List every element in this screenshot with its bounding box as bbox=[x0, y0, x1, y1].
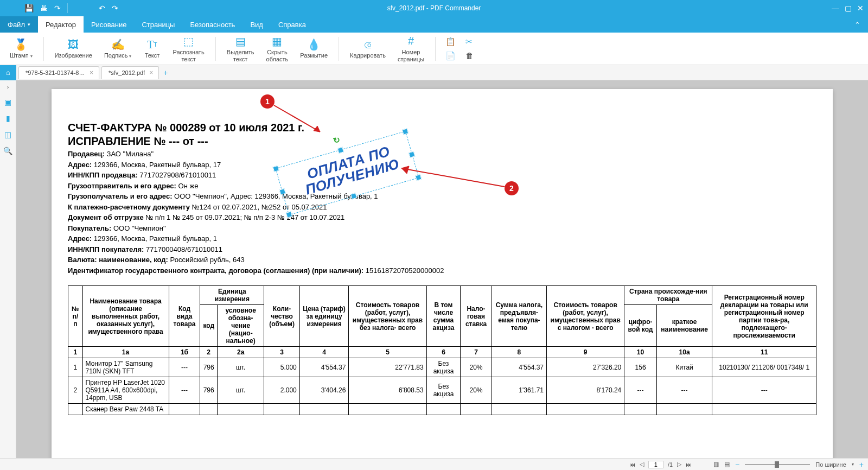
close-tab-icon[interactable]: × bbox=[90, 69, 93, 77]
page: СЧЕТ-ФАКТУРА № 000289 от 10 июля 2021 г.… bbox=[52, 89, 833, 458]
pagenum-icon: # bbox=[408, 35, 414, 48]
menu-drawing[interactable]: Рисование bbox=[84, 16, 134, 33]
copy-icon[interactable]: 📋 bbox=[442, 36, 459, 48]
quick-access: 💾 🖶 ↷ bbox=[24, 4, 61, 12]
table-row: 1Монитор 17" Samsung 710N (SKN) TFT---79… bbox=[68, 358, 816, 377]
ocr-button[interactable]: ⬚Распознать текст bbox=[168, 34, 208, 63]
menu-security[interactable]: Безопасность bbox=[182, 16, 242, 33]
highlight-button[interactable]: ▤Выделить текст bbox=[222, 34, 259, 63]
zoom-mode[interactable]: По ширине bbox=[815, 461, 846, 468]
pagenum-button[interactable]: #Номер страницы bbox=[393, 34, 429, 63]
menu-help[interactable]: Справка bbox=[271, 16, 314, 33]
menu-view[interactable]: Вид bbox=[242, 16, 271, 33]
sign-button[interactable]: ✍Подпись▾ bbox=[100, 37, 136, 60]
text-icon: TT bbox=[147, 38, 157, 51]
last-page-icon[interactable]: ⏭ bbox=[686, 461, 692, 468]
svg-line-0 bbox=[274, 105, 320, 132]
close-button[interactable]: ✕ bbox=[857, 4, 864, 12]
blur-button[interactable]: 💧Размытие bbox=[296, 37, 332, 60]
first-page-icon[interactable]: ⏮ bbox=[629, 461, 635, 468]
page-total: /1 bbox=[668, 461, 673, 468]
redo-icon[interactable]: ↷ bbox=[112, 4, 118, 12]
invoice-title: СЧЕТ-ФАКТУРА № 000289 от 10 июля 2021 г. bbox=[68, 122, 816, 134]
minimize-button[interactable]: — bbox=[832, 4, 839, 12]
menu-editor[interactable]: Редактор bbox=[38, 16, 84, 33]
invoice-subtitle: ИСПРАВЛЕНИЕ № --- от --- bbox=[68, 135, 816, 148]
paste-icon[interactable]: 📄 bbox=[442, 50, 459, 62]
sidebar-toggle-icon[interactable]: › bbox=[7, 84, 9, 90]
titlebar: 💾 🖶 ↷ ↶ ↷ sfv_2012.pdf - PDF Commander —… bbox=[0, 0, 868, 16]
prev-page-icon[interactable]: ◁ bbox=[640, 461, 644, 468]
print-icon[interactable]: 🖶 bbox=[40, 4, 48, 12]
sign-icon: ✍ bbox=[111, 38, 125, 51]
zoom-slider[interactable] bbox=[745, 464, 810, 465]
menu-file[interactable]: Файл bbox=[0, 16, 38, 33]
undo-redo: ↶ ↷ bbox=[99, 4, 118, 12]
collapse-ribbon-icon[interactable]: ⌃ bbox=[847, 16, 868, 33]
add-tab-button[interactable]: + bbox=[163, 68, 168, 77]
close-tab-icon[interactable]: × bbox=[149, 69, 153, 77]
zoom-out-icon[interactable]: − bbox=[735, 460, 739, 469]
menu-pages[interactable]: Страницы bbox=[134, 16, 182, 33]
export-icon[interactable]: ↷ bbox=[54, 4, 61, 12]
thumbnails-icon[interactable]: ▣ bbox=[4, 98, 11, 106]
document-canvas[interactable]: СЧЕТ-ФАКТУРА № 000289 от 10 июля 2021 г.… bbox=[16, 80, 868, 458]
ocr-icon: ⬚ bbox=[183, 35, 194, 48]
undo-icon[interactable]: ↶ bbox=[99, 4, 105, 12]
view-single-icon[interactable]: ▥ bbox=[713, 461, 719, 468]
statusbar: ⏮ ◁ /1 ▷ ⏭ ▥ ▤ − По ширине ▾ + bbox=[0, 458, 868, 470]
sidebar: › ▣ ▮ ◫ 🔍 bbox=[0, 80, 16, 458]
tabbar: ⌂ *978-5-321-01374-8_200...× *sfv_2012.p… bbox=[0, 65, 868, 80]
home-tab[interactable]: ⌂ bbox=[0, 65, 16, 80]
text-button[interactable]: TTТекст bbox=[139, 37, 165, 60]
menubar: Файл Редактор Рисование Страницы Безопас… bbox=[0, 16, 868, 33]
blur-icon: 💧 bbox=[307, 38, 321, 51]
stamp-icon: 🏅 bbox=[14, 38, 28, 51]
doc-tab-2[interactable]: *sfv_2012.pdf× bbox=[101, 66, 159, 79]
zoom-dropdown-icon[interactable]: ▾ bbox=[852, 462, 854, 467]
view-continuous-icon[interactable]: ▤ bbox=[724, 461, 730, 468]
bookmarks-icon[interactable]: ▮ bbox=[6, 114, 10, 123]
window-controls: — ▢ ✕ bbox=[832, 4, 864, 12]
cut-icon[interactable]: ✂ bbox=[462, 36, 477, 48]
ribbon: 🏅Штамп▾ 🖼Изображение ✍Подпись▾ TTТекст ⬚… bbox=[0, 33, 868, 65]
image-button[interactable]: 🖼Изображение bbox=[50, 37, 97, 60]
layers-icon[interactable]: ◫ bbox=[4, 130, 11, 139]
table-row: 2Принтер HP LaserJet 1020 Q5911A A4, 600… bbox=[68, 377, 816, 404]
invoice-table: № п/п Наименование товара (описание выпо… bbox=[68, 285, 816, 415]
svg-marker-3 bbox=[401, 166, 409, 174]
image-icon: 🖼 bbox=[68, 38, 79, 51]
zoom-in-icon[interactable]: + bbox=[859, 460, 864, 469]
stamp-button[interactable]: 🏅Штамп▾ bbox=[5, 37, 37, 60]
page-input[interactable] bbox=[648, 461, 663, 468]
save-icon[interactable]: 💾 bbox=[24, 4, 34, 12]
maximize-button[interactable]: ▢ bbox=[845, 4, 852, 12]
delete-icon[interactable]: 🗑 bbox=[462, 50, 477, 61]
hide-icon: ▦ bbox=[272, 35, 282, 48]
svg-line-2 bbox=[401, 168, 505, 187]
table-row: Сканер Bear Paw 2448 TA bbox=[68, 404, 816, 415]
page-nav: ⏮ ◁ /1 ▷ ⏭ bbox=[629, 461, 692, 468]
search-icon[interactable]: 🔍 bbox=[3, 147, 12, 155]
doc-tab-1[interactable]: *978-5-321-01374-8_200...× bbox=[18, 66, 99, 79]
crop-button[interactable]: ⟃Кадрировать bbox=[346, 37, 390, 60]
crop-icon: ⟃ bbox=[365, 38, 371, 51]
hide-area-button[interactable]: ▦Скрыть область bbox=[262, 34, 293, 63]
window-title: sfv_2012.pdf - PDF Commander bbox=[387, 4, 481, 12]
next-page-icon[interactable]: ▷ bbox=[677, 461, 681, 468]
highlight-icon: ▤ bbox=[235, 35, 246, 48]
